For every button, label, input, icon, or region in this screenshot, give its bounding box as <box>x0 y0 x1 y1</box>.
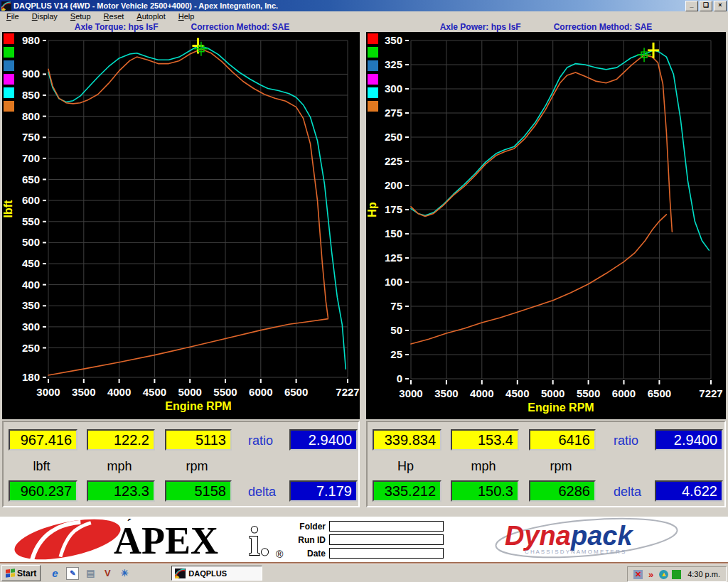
svg-text:250: 250 <box>22 342 40 354</box>
svg-text:550: 550 <box>22 215 40 227</box>
close-button[interactable]: × <box>714 1 727 11</box>
peak-torque-readout: 960.237 <box>9 480 77 502</box>
delta-readout: 4.622 <box>655 480 723 502</box>
svg-text:25: 25 <box>390 348 402 360</box>
network-disconnected-icon[interactable]: ✕ <box>633 570 643 579</box>
svg-text:325: 325 <box>385 58 402 70</box>
svg-text:175: 175 <box>385 203 402 215</box>
cursor-mph-readout: 122.2 <box>87 429 155 451</box>
svg-text:200: 200 <box>385 179 402 191</box>
cursor-power-readout: 339.834 <box>373 429 441 451</box>
svg-text:450: 450 <box>22 257 40 269</box>
restore-button[interactable]: ❏ <box>700 1 712 11</box>
svg-text:900: 900 <box>22 68 40 80</box>
power-chart-header: Axle Power: hps IsF Correction Method: S… <box>364 21 728 32</box>
media-app-icon[interactable]: V <box>102 568 113 579</box>
document-icon[interactable]: ▤ <box>85 568 96 579</box>
daqplus-app-icon <box>1 1 11 11</box>
system-tray: ✕ » ▲ 4:30 p.m. <box>627 566 727 582</box>
status-green-icon[interactable] <box>672 570 681 579</box>
menu-file[interactable]: File <box>0 12 26 21</box>
quick-launch-bar: e ✎ ▤ V ☀ <box>49 567 130 580</box>
mph-unit-label: mph <box>87 459 152 474</box>
svg-text:500: 500 <box>22 236 40 248</box>
svg-text:6000: 6000 <box>612 387 636 399</box>
menu-help[interactable]: Help <box>172 12 201 21</box>
windows-logo-icon <box>6 568 15 578</box>
folder-label: Folder <box>289 522 326 532</box>
torque-header-title: Axle Torque: hps IsF <box>75 22 159 32</box>
power-chart-panel[interactable]: 3503253002752502252001751501251007550250… <box>366 32 726 419</box>
run-id-input[interactable] <box>329 534 444 545</box>
daqplus-task-button[interactable]: DAQPLUS <box>171 566 262 581</box>
svg-text:150: 150 <box>385 227 402 239</box>
power-readout-panel: 339.834 153.4 6416 ratio 2.9400 Hp mph r… <box>366 421 726 507</box>
torque-header-method: Correction Method: SAE <box>191 22 290 32</box>
svg-text:6500: 6500 <box>284 386 308 398</box>
torque-chart[interactable]: 9809008508007507006506005505004504003503… <box>2 32 360 419</box>
daqplus-app-icon <box>175 568 186 578</box>
power-chart[interactable]: 3503253002752502252001751501251007550250… <box>366 32 726 419</box>
svg-text:275: 275 <box>385 107 402 119</box>
peak-mph-readout: 150.3 <box>451 480 519 502</box>
svg-text:3500: 3500 <box>72 386 95 398</box>
menu-reset[interactable]: Reset <box>97 12 131 21</box>
svg-text:125: 125 <box>385 252 402 264</box>
power-header-title: Axle Power: hps IsF <box>440 22 521 32</box>
svg-text:Engine RPM: Engine RPM <box>165 400 231 412</box>
title-bar[interactable]: DAQPLUS V14 (4WD - Motor Vehicle 2500+40… <box>0 0 728 11</box>
torque-chart-panel[interactable]: 9809008508007507006506005505004504003503… <box>2 32 360 419</box>
peak-rpm-readout: 5158 <box>165 480 232 502</box>
rpm-unit-label: rpm <box>529 459 593 474</box>
compose-mail-icon[interactable]: ✎ <box>66 567 79 580</box>
svg-text:0: 0 <box>397 372 402 384</box>
delta-readout: 7.179 <box>289 480 358 502</box>
svg-text:180: 180 <box>22 371 40 383</box>
svg-text:´: ´ <box>127 518 132 533</box>
svg-text:i.: i. <box>249 519 270 561</box>
start-button-label: Start <box>17 568 36 578</box>
svg-text:pack: pack <box>570 521 633 551</box>
menu-display[interactable]: Display <box>26 12 64 21</box>
minimize-button[interactable]: _ <box>685 1 698 11</box>
logo-band: APEX ´ i. ® Folder Run ID Date Dyna pack… <box>0 517 728 562</box>
taskbar: Start e ✎ ▤ V ☀ DAQPLUS ✕ » ▲ 4:30 p.m. <box>0 564 728 582</box>
window-title: DAQPLUS V14 (4WD - Motor Vehicle 2500+40… <box>14 1 278 10</box>
svg-text:7227: 7227 <box>699 387 722 399</box>
ratio-label: ratio <box>248 433 273 448</box>
svg-text:250: 250 <box>385 131 402 143</box>
update-warning-icon[interactable]: ▲ <box>659 570 668 579</box>
svg-text:350: 350 <box>385 34 402 46</box>
cursor-torque-readout: 967.416 <box>9 429 77 451</box>
svg-text:6500: 6500 <box>648 387 671 399</box>
dynapack-subtitle: C H A S S I S D Y N A M O M E T E R S <box>525 549 625 555</box>
rpm-unit-label: rpm <box>165 459 229 474</box>
ratio-readout: 2.9400 <box>655 429 723 451</box>
svg-text:4000: 4000 <box>107 386 131 398</box>
svg-text:Dyna: Dyna <box>505 521 571 551</box>
cursor-rpm-readout: 5113 <box>165 429 232 451</box>
task-button-label: DAQPLUS <box>188 569 227 578</box>
run-id-label: Run ID <box>289 535 326 545</box>
torque-unit-label: lbft <box>9 459 75 474</box>
menu-autoplot[interactable]: Autoplot <box>130 12 171 21</box>
internet-explorer-icon[interactable]: e <box>49 568 60 579</box>
start-button[interactable]: Start <box>1 565 41 581</box>
svg-text:75: 75 <box>390 300 402 312</box>
folder-input[interactable] <box>329 521 444 532</box>
svg-text:980: 980 <box>22 34 40 46</box>
power-header-method: Correction Method: SAE <box>554 22 653 32</box>
peak-mph-readout: 123.3 <box>87 480 155 502</box>
svg-text:3500: 3500 <box>434 387 458 399</box>
menu-setup[interactable]: Setup <box>64 12 97 21</box>
svg-text:Hp: Hp <box>366 202 378 217</box>
fast-forward-icon[interactable]: » <box>646 570 655 579</box>
date-input[interactable] <box>329 548 444 559</box>
svg-text:5500: 5500 <box>577 387 600 399</box>
svg-text:5000: 5000 <box>541 387 564 399</box>
svg-text:100: 100 <box>385 276 402 288</box>
mph-unit-label: mph <box>451 459 516 474</box>
outlook-express-icon[interactable]: ☀ <box>119 568 130 579</box>
svg-text:®: ® <box>276 549 284 560</box>
svg-text:400: 400 <box>22 279 40 291</box>
